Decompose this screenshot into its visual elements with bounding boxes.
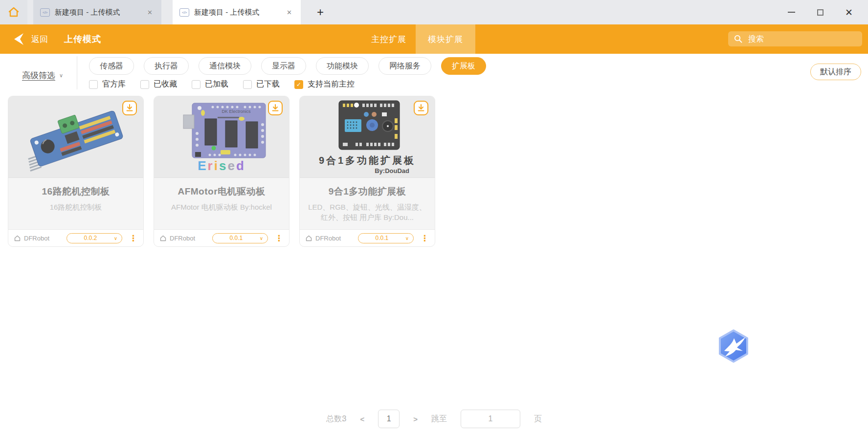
checkbox-icon[interactable] xyxy=(192,80,200,89)
window-tab-label: 新建项目 - 上传模式 xyxy=(194,8,280,17)
default-sort-button[interactable]: 默认排序 xyxy=(810,64,861,80)
card-title: 16路舵机控制板 xyxy=(8,185,143,198)
checkbox-checked-icon[interactable] xyxy=(294,80,303,89)
code-icon: </> xyxy=(179,8,189,17)
vendor-name: DFRobot xyxy=(315,235,341,242)
minimize-button[interactable] xyxy=(781,2,801,22)
tab-mainboard-extension[interactable]: 主控扩展 xyxy=(362,24,416,54)
card-image-area: 9合1多功能扩展板 By:DouDad xyxy=(300,96,435,178)
home-button[interactable] xyxy=(0,0,27,24)
version-dropdown[interactable]: 0.0.2 ∨ xyxy=(67,233,122,243)
total-label: 总数: xyxy=(326,414,344,424)
divider xyxy=(77,56,77,89)
chevron-down-icon: ∨ xyxy=(260,236,267,241)
category-pill-sensor[interactable]: 传感器 xyxy=(89,57,134,75)
current-page-box[interactable]: 1 xyxy=(378,410,400,428)
card-title: 9合1多功能扩展板 xyxy=(300,185,435,198)
card-title: AFMotor电机驱动板 xyxy=(154,185,289,198)
page-header: 返回 上传模式 主控扩展 模块扩展 xyxy=(0,24,868,54)
close-icon: ✕ xyxy=(845,8,853,17)
checkbox-favorited[interactable]: 已收藏 xyxy=(140,79,177,89)
chevron-down-icon: ∨ xyxy=(405,236,413,241)
jump-page-input[interactable] xyxy=(461,410,520,428)
vendor-info: DFRobot xyxy=(160,235,195,242)
extension-card-afmotor[interactable]: DK Electronics xyxy=(154,96,289,247)
category-pill-expansion-board[interactable]: 扩展板 xyxy=(441,57,486,75)
extension-card-servo-board[interactable]: 16路舵机控制板 16路舵机控制板 DFRobot 0.0.2 ∨ ⋮ xyxy=(8,96,144,247)
more-options-icon[interactable]: ⋮ xyxy=(129,234,137,242)
bird-hexagon-logo[interactable] xyxy=(716,328,751,364)
advanced-filter-link[interactable]: 高级筛选 ∨ xyxy=(22,70,63,81)
search-icon xyxy=(734,35,742,43)
version-value: 0.0.2 xyxy=(67,235,114,241)
window-tab-label: 新建项目 - 上传模式 xyxy=(55,8,140,17)
version-value: 0.0.1 xyxy=(358,235,405,241)
vendor-name: DFRobot xyxy=(24,235,49,242)
new-tab-button[interactable]: + xyxy=(312,5,328,19)
checkbox-official-library[interactable]: 官方库 xyxy=(89,79,126,89)
version-dropdown[interactable]: 0.0.1 ∨ xyxy=(212,233,268,243)
afmotor-board-image: DK Electronics xyxy=(163,99,280,162)
board-caption-main: 9合1多功能扩展板 xyxy=(300,154,435,167)
servo-board-image xyxy=(17,100,134,174)
tab-module-extension[interactable]: 模块扩展 xyxy=(416,24,475,54)
checkbox-downloaded[interactable]: 已下载 xyxy=(243,79,280,89)
page-unit-label: 页 xyxy=(534,414,542,424)
card-footer: DFRobot 0.0.1 ∨ ⋮ xyxy=(300,229,435,246)
back-button[interactable]: 返回 xyxy=(13,24,48,54)
next-page-button[interactable]: > xyxy=(413,415,418,423)
search-input[interactable] xyxy=(748,35,846,44)
pagination-bar: 总数: 3 < 1 > 跳至 页 xyxy=(0,409,868,429)
checkbox-label: 已加载 xyxy=(205,79,228,89)
card-footer: DFRobot 0.0.1 ∨ ⋮ xyxy=(154,229,289,246)
maximize-button[interactable] xyxy=(810,2,830,22)
category-pill-actuator[interactable]: 执行器 xyxy=(144,57,189,75)
download-icon xyxy=(271,104,280,112)
prev-page-button[interactable]: < xyxy=(360,415,364,423)
download-button[interactable] xyxy=(268,101,283,115)
vendor-name: DFRobot xyxy=(170,235,195,242)
more-options-icon[interactable]: ⋮ xyxy=(275,234,283,242)
card-subtitle: 16路舵机控制板 xyxy=(8,202,143,212)
board-caption-author: By:DouDad xyxy=(300,167,435,174)
category-pill-function[interactable]: 功能模块 xyxy=(316,57,369,75)
chevron-down-icon: ∨ xyxy=(59,72,63,79)
filter-bar: 高级筛选 ∨ 传感器 执行器 通信模块 显示器 功能模块 网络服务 扩展板 官方… xyxy=(0,54,868,96)
checkbox-icon[interactable] xyxy=(243,80,252,89)
home-icon xyxy=(8,7,20,18)
extension-card-list: 16路舵机控制板 16路舵机控制板 DFRobot 0.0.2 ∨ ⋮ xyxy=(8,96,435,247)
checkbox-label: 已收藏 xyxy=(154,79,177,89)
extension-card-9in1[interactable]: 9合1多功能扩展板 By:DouDad 9合1多功能扩展板 LED、RGB、旋钮… xyxy=(299,96,435,247)
download-icon xyxy=(417,104,425,112)
tab-close-icon[interactable]: ✕ xyxy=(145,8,155,17)
tab-close-icon[interactable]: ✕ xyxy=(285,8,294,17)
filter-checkboxes: 官方库 已收藏 已加载 已下载 支持当前主控 xyxy=(89,79,355,89)
board-print-text: DK Electronics xyxy=(222,109,251,114)
app-window: </> 新建项目 - 上传模式 ✕ </> 新建项目 - 上传模式 ✕ + ✕ … xyxy=(0,0,868,435)
window-tab-1[interactable]: </> 新建项目 - 上传模式 ✕ xyxy=(33,0,161,24)
maximize-icon xyxy=(817,9,823,16)
download-button[interactable] xyxy=(122,101,137,115)
card-subtitle: AFMotor 电机驱动板 By:hockel xyxy=(154,202,289,212)
checkbox-icon[interactable] xyxy=(89,80,98,89)
nine-in-one-board-image xyxy=(309,98,426,152)
card-image-area: DK Electronics xyxy=(154,96,289,178)
vendor-home-icon xyxy=(306,235,312,241)
checkbox-icon[interactable] xyxy=(140,80,149,89)
more-options-icon[interactable]: ⋮ xyxy=(421,234,429,242)
vendor-info: DFRobot xyxy=(306,235,341,242)
category-pill-display[interactable]: 显示器 xyxy=(261,57,306,75)
category-pill-network[interactable]: 网络服务 xyxy=(378,57,431,75)
advanced-filter-label: 高级筛选 xyxy=(22,70,55,81)
search-box[interactable] xyxy=(728,31,862,46)
chevron-down-icon: ∨ xyxy=(114,236,122,241)
window-tab-2[interactable]: </> 新建项目 - 上传模式 ✕ xyxy=(173,0,301,24)
checkbox-loaded[interactable]: 已加载 xyxy=(192,79,228,89)
download-button[interactable] xyxy=(414,101,428,115)
close-button[interactable]: ✕ xyxy=(839,2,859,22)
category-pill-communication[interactable]: 通信模块 xyxy=(199,57,251,75)
version-dropdown[interactable]: 0.0.1 ∨ xyxy=(358,233,414,243)
window-titlebar: </> 新建项目 - 上传模式 ✕ </> 新建项目 - 上传模式 ✕ + ✕ xyxy=(0,0,868,24)
checkbox-support-current-mainboard[interactable]: 支持当前主控 xyxy=(294,79,355,89)
back-label: 返回 xyxy=(31,34,48,45)
